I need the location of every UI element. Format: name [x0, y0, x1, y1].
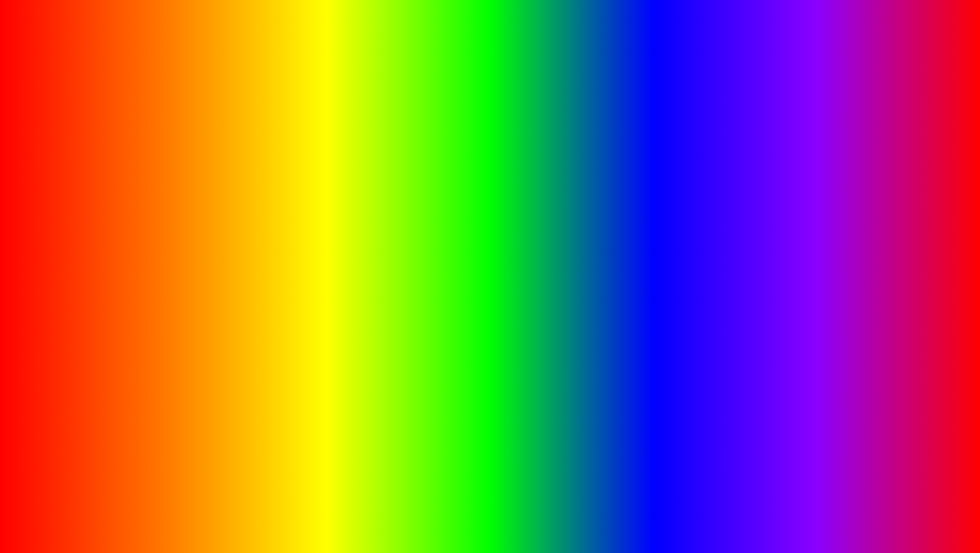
- logo-blox: BLOX: [887, 493, 940, 511]
- globe-icon-1: 🌐: [58, 204, 67, 214]
- auto-buy-chip-label: Auto Buy Chip: [835, 249, 917, 255]
- auto-select-dungeon-toggle[interactable]: [916, 200, 932, 208]
- auto-farm-near-toggle[interactable]: [153, 265, 169, 273]
- nav-user-hub[interactable]: User Hub: [57, 175, 80, 183]
- fruit-decoration: [625, 370, 696, 441]
- globe-icon-5: 🌐: [186, 240, 195, 250]
- super-fast-attack-toggle[interactable]: [272, 241, 288, 249]
- normal-fast-toggle[interactable]: [272, 256, 288, 264]
- teleport-second-sea[interactable]: 👆 Teleport To Second Sea: [696, 213, 811, 227]
- right-col-2: ⚔️ Raid ⚔️ 🌐 Auto Select Dungeon Select …: [815, 183, 939, 334]
- fast-attack-title: ⚡ Fast Attack Delay ⚡: [184, 221, 291, 228]
- auto-farm-level-toggle[interactable]: [153, 205, 169, 213]
- blox-fruits-logo: 💀 BLOX FRUITS: [823, 477, 965, 543]
- auto-buy-chip-row: 🌐 Auto Buy Chip: [820, 245, 935, 259]
- feature-auto-farm-level: 🌐 Auto Farm Level: [56, 202, 171, 216]
- auto-start-dungeon-toggle[interactable]: [916, 264, 932, 272]
- right-panel-title: URANIUM Hubs x Premium 1.0: [698, 161, 787, 168]
- left-panel: URANIUM Hubs x Premium 1.0 [ RightContro…: [51, 157, 300, 340]
- globe-icon-4: 🌐: [58, 265, 67, 274]
- char-head: [660, 345, 691, 373]
- buy-chip-button[interactable]: Buy Chip Select: [820, 229, 935, 242]
- chip-select-dropdown[interactable]: Select Chips ▾: [820, 213, 935, 226]
- nav-teleport-raid[interactable]: Teleport + Raid: [170, 175, 208, 183]
- weapon-select[interactable]: Select Weapon : Melee ▾: [184, 204, 291, 217]
- bottom-farm: FARM: [164, 486, 293, 538]
- teleport-second-sea-label: Teleport To Second Sea: [712, 217, 772, 223]
- select-farm-label: Se... Farm: [265, 270, 288, 275]
- bottom-auto: AUTO: [25, 486, 154, 538]
- auto-third-sea-label: Auto Third Sea: [69, 237, 153, 244]
- left-col-1: 🌐 Auto Farm 🌐 🌐 Auto Farm Level 🌐 Auto S…: [52, 187, 176, 338]
- feature-auto-second-sea: 🌐 Auto Second Sea: [56, 218, 171, 232]
- chip-select-label: Select Chips: [824, 217, 856, 223]
- teleport-icon-1: 👆: [700, 200, 708, 208]
- globe-icon-raid-2: 🌐: [822, 248, 831, 257]
- teleport-old-world[interactable]: 👆 Teleport To Old World: [696, 197, 811, 211]
- super-fast-attack-label: Super Fast Attack: [212, 242, 256, 248]
- auto-select-dungeon-label: Auto Select Dungeon: [835, 201, 917, 207]
- fruit-box: [625, 370, 675, 416]
- globe-icon-raid-1: 🌐: [822, 199, 831, 209]
- rnav-main[interactable]: Main: [722, 175, 733, 180]
- bottom-pastebin: PASTEBIN: [444, 492, 622, 532]
- auto-second-sea-toggle[interactable]: [153, 221, 169, 229]
- teleport-third-sea-label: Teleport To Third Sea: [712, 233, 765, 239]
- rnav-fruit-shop[interactable]: Fruit + Shop: [832, 175, 860, 180]
- auto-start-dungeon-row: 🌐 Auto Start Go To Dung: [820, 261, 935, 275]
- nav-status[interactable]: Status: [122, 175, 138, 183]
- badge-container: BEST TOP NO KEY: [482, 141, 627, 219]
- seas-label: 🌊 Seas 🌊: [696, 187, 811, 194]
- skull-icon: 💀: [847, 492, 883, 528]
- auto-second-sea-label: Auto Second Sea: [69, 222, 153, 228]
- left-panel-nav: User Hub Main Item Status Combat Telepor…: [52, 172, 299, 187]
- weapon-title: 🔧 Select Weapon 🔧: [184, 195, 291, 201]
- teleport-third-sea[interactable]: 👆 Teleport To Third Sea: [696, 229, 811, 244]
- weapon-section: 🔧 Select Weapon 🔧 Select Weapon : Melee …: [180, 191, 295, 283]
- right-panel-header: URANIUM Hubs x Premium 1.0 [ RightContro…: [692, 158, 938, 172]
- chip-select-chevron: ▾: [927, 216, 930, 223]
- left-panel-header: URANIUM Hubs x Premium 1.0 [ RightContro…: [52, 158, 299, 172]
- left-panel-shortcut: [ RightControl ]: [255, 162, 292, 168]
- globe-icon-2: 🌐: [58, 220, 67, 229]
- chevron-down-icon: ▾: [283, 208, 286, 214]
- left-panel-title: URANIUM Hubs x Premium 1.0: [58, 161, 147, 168]
- nav-item[interactable]: Item: [106, 175, 116, 183]
- rnav-misc[interactable]: Misc: [864, 175, 874, 180]
- teleport-icon-2: 👆: [700, 216, 708, 224]
- nav-combat[interactable]: Combat: [144, 175, 164, 183]
- rnav-user-hub[interactable]: User Hub: [697, 175, 718, 180]
- rnav-teleport-raid[interactable]: Teleport + Raid: [792, 175, 828, 180]
- right-panel-nav: User Hub Main Item Status Combat Telepor…: [692, 172, 938, 183]
- globe-icon-3: 🌐: [58, 236, 67, 245]
- auto-buy-chip-toggle[interactable]: [916, 248, 932, 256]
- globe-icon-6: 🌐: [186, 255, 195, 264]
- feature-auto-third-sea: 🌐 Auto Third Sea: [56, 233, 171, 248]
- logo-text-group: BLOX FRUITS: [887, 493, 940, 527]
- feature-auto-farm-near: 🌐 Auto Farm Near: [56, 262, 171, 276]
- teleport-temple[interactable]: 👆 Temple of time: [696, 257, 811, 271]
- left-panel-body: 🌐 Auto Farm 🌐 🌐 Auto Farm Level 🌐 Auto S…: [52, 187, 299, 338]
- globe-icon-raid-3: 🌐: [822, 264, 831, 273]
- right-panel: URANIUM Hubs x Premium 1.0 [ RightContro…: [691, 157, 939, 340]
- rnav-status[interactable]: Status: [751, 175, 765, 180]
- teleport-old-world-label: Teleport To Old World: [712, 201, 766, 207]
- right-panel-shortcut: [ RightControl ]: [895, 162, 932, 168]
- others-quest-section: ⚙️ Others + Quest W ⚙️: [56, 250, 171, 259]
- rnav-combat[interactable]: Combat: [770, 175, 788, 180]
- skull-emoji: 💀: [856, 502, 874, 519]
- raid-label: ⚔️ Raid ⚔️: [820, 187, 935, 194]
- bottom-title-bar: AUTO FARM SCRIPT PASTEBIN: [25, 486, 777, 538]
- auto-start-dungeon-label: Auto Start Go To Dung: [835, 265, 917, 271]
- main-title: BLOX FRUITS: [0, 10, 980, 96]
- auto-third-sea-toggle[interactable]: [153, 236, 169, 245]
- select-farm-row: ✗ Se... Farm: [184, 268, 291, 278]
- auto-farm-near-label: Auto Farm Near: [69, 266, 153, 272]
- teleport-icon-4: 👆: [700, 260, 708, 268]
- rnav-item[interactable]: Item: [737, 175, 747, 180]
- nav-main[interactable]: Main: [86, 175, 99, 183]
- auto-farm-section: 🌐 Auto Farm 🌐: [56, 191, 171, 199]
- super-fast-attack-row: 🌐 Super Fast Attack: [184, 238, 291, 252]
- right-panel-body: 🌊 Seas 🌊 👆 Teleport To Old World 👆 Telep…: [692, 183, 938, 334]
- auto-farm-level-label: Auto Farm Level: [69, 206, 153, 212]
